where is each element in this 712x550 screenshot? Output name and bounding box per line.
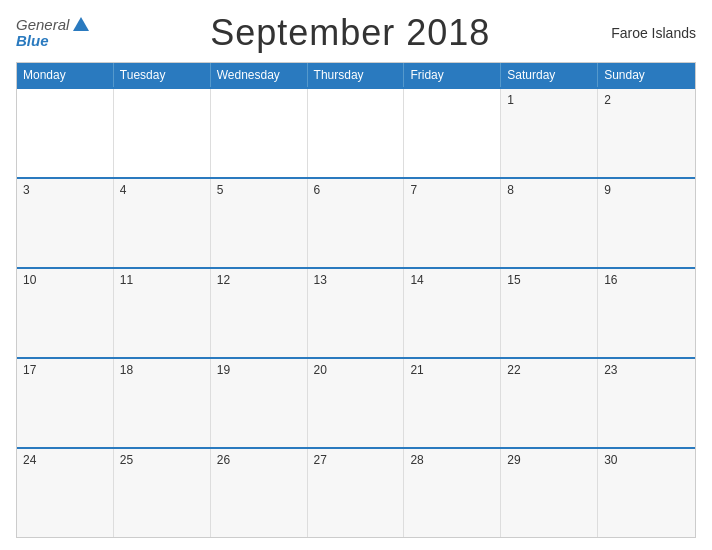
day-number: 9 — [604, 183, 689, 197]
calendar-cell: 29 — [501, 449, 598, 537]
calendar-cell: 25 — [114, 449, 211, 537]
day-number: 30 — [604, 453, 689, 467]
day-number: 13 — [314, 273, 398, 287]
calendar-week-4: 17181920212223 — [17, 357, 695, 447]
day-header-wednesday: Wednesday — [211, 63, 308, 87]
day-header-thursday: Thursday — [308, 63, 405, 87]
calendar-week-5: 24252627282930 — [17, 447, 695, 537]
calendar-week-1: 12 — [17, 87, 695, 177]
day-number: 28 — [410, 453, 494, 467]
day-number: 22 — [507, 363, 591, 377]
calendar-cell: 2 — [598, 89, 695, 177]
day-header-sunday: Sunday — [598, 63, 695, 87]
calendar-cell: 3 — [17, 179, 114, 267]
day-number: 24 — [23, 453, 107, 467]
day-header-monday: Monday — [17, 63, 114, 87]
day-number: 3 — [23, 183, 107, 197]
day-number: 29 — [507, 453, 591, 467]
calendar-cell: 7 — [404, 179, 501, 267]
day-header-friday: Friday — [404, 63, 501, 87]
day-number: 11 — [120, 273, 204, 287]
calendar-cell: 10 — [17, 269, 114, 357]
day-number: 4 — [120, 183, 204, 197]
calendar-cell: 16 — [598, 269, 695, 357]
header: General Blue September 2018 Faroe Island… — [16, 12, 696, 54]
day-number: 17 — [23, 363, 107, 377]
logo-general-text: General — [16, 17, 69, 34]
calendar-cell: 20 — [308, 359, 405, 447]
calendar-cell: 9 — [598, 179, 695, 267]
day-number: 2 — [604, 93, 689, 107]
logo-triangle-icon — [73, 17, 89, 31]
calendar-cell: 23 — [598, 359, 695, 447]
day-number: 16 — [604, 273, 689, 287]
day-number: 25 — [120, 453, 204, 467]
calendar-cell — [114, 89, 211, 177]
calendar-cell: 18 — [114, 359, 211, 447]
calendar-cell: 12 — [211, 269, 308, 357]
day-number: 5 — [217, 183, 301, 197]
day-number: 15 — [507, 273, 591, 287]
calendar-cell: 8 — [501, 179, 598, 267]
calendar-cell: 19 — [211, 359, 308, 447]
logo: General Blue — [16, 17, 89, 50]
calendar-cell: 17 — [17, 359, 114, 447]
region-label: Faroe Islands — [611, 25, 696, 41]
page: General Blue September 2018 Faroe Island… — [0, 0, 712, 550]
calendar-cell — [17, 89, 114, 177]
day-number: 27 — [314, 453, 398, 467]
day-number: 20 — [314, 363, 398, 377]
day-number: 10 — [23, 273, 107, 287]
calendar-cell: 27 — [308, 449, 405, 537]
day-number: 14 — [410, 273, 494, 287]
day-header-tuesday: Tuesday — [114, 63, 211, 87]
calendar-cell: 14 — [404, 269, 501, 357]
calendar-cell: 15 — [501, 269, 598, 357]
calendar-cell: 26 — [211, 449, 308, 537]
day-header-saturday: Saturday — [501, 63, 598, 87]
day-number: 23 — [604, 363, 689, 377]
calendar-cell: 30 — [598, 449, 695, 537]
logo-blue-text: Blue — [16, 33, 49, 50]
calendar-cell: 1 — [501, 89, 598, 177]
calendar-cell: 21 — [404, 359, 501, 447]
calendar: MondayTuesdayWednesdayThursdayFridaySatu… — [16, 62, 696, 538]
calendar-header: MondayTuesdayWednesdayThursdayFridaySatu… — [17, 63, 695, 87]
day-number: 26 — [217, 453, 301, 467]
calendar-cell: 13 — [308, 269, 405, 357]
calendar-cell — [404, 89, 501, 177]
calendar-week-3: 10111213141516 — [17, 267, 695, 357]
day-number: 19 — [217, 363, 301, 377]
day-number: 6 — [314, 183, 398, 197]
day-number: 1 — [507, 93, 591, 107]
calendar-body: 1234567891011121314151617181920212223242… — [17, 87, 695, 537]
calendar-cell: 11 — [114, 269, 211, 357]
calendar-cell — [308, 89, 405, 177]
calendar-cell: 22 — [501, 359, 598, 447]
calendar-cell: 24 — [17, 449, 114, 537]
day-number: 12 — [217, 273, 301, 287]
calendar-cell: 28 — [404, 449, 501, 537]
calendar-cell: 5 — [211, 179, 308, 267]
day-number: 21 — [410, 363, 494, 377]
calendar-cell: 6 — [308, 179, 405, 267]
day-number: 8 — [507, 183, 591, 197]
day-number: 18 — [120, 363, 204, 377]
day-number: 7 — [410, 183, 494, 197]
calendar-week-2: 3456789 — [17, 177, 695, 267]
calendar-cell: 4 — [114, 179, 211, 267]
calendar-cell — [211, 89, 308, 177]
calendar-title: September 2018 — [210, 12, 490, 54]
